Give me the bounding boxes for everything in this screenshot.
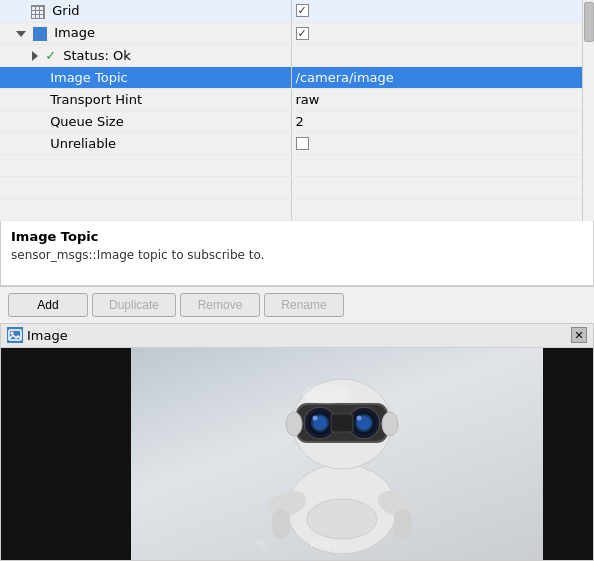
property-tree: Grid ✓ Image: [0, 0, 582, 221]
image-label: Image: [54, 25, 95, 40]
status-label: Status: Ok: [63, 48, 131, 63]
unreliable-checkbox-wrapper: [296, 137, 579, 150]
image-panel-title: Image: [27, 328, 68, 343]
watermark-label: ktiga: [310, 538, 337, 551]
chinese-chars: 终: [257, 539, 267, 550]
tree-row-transport-hint[interactable]: Transport Hint raw: [0, 88, 582, 110]
image-topic-value-cell[interactable]: /camera/image: [291, 66, 582, 88]
description-panel: Image Topic sensor_msgs::Image topic to …: [0, 221, 594, 286]
svg-point-12: [313, 415, 318, 420]
svg-rect-23: [272, 509, 290, 539]
transport-hint-label: Transport Hint: [50, 92, 142, 107]
svg-rect-18: [331, 414, 353, 432]
add-button[interactable]: Add: [8, 293, 88, 317]
tree-row-unreliable[interactable]: Unreliable: [0, 132, 582, 154]
remove-button[interactable]: Remove: [180, 293, 260, 317]
scrollbar-thumb[interactable]: [584, 2, 594, 42]
robot-svg: [232, 354, 452, 554]
svg-rect-0: [9, 330, 21, 340]
scrollbar-track[interactable]: [582, 0, 594, 221]
image-icon: [33, 27, 47, 41]
queue-size-label: Queue Size: [50, 114, 124, 129]
grid-label: Grid: [52, 3, 79, 18]
black-bar-left: [1, 348, 141, 561]
robot-area: [131, 348, 553, 561]
image-panel-titlebar: Image ✕: [1, 324, 593, 348]
tree-row-status[interactable]: ✓ Status: Ok: [0, 44, 582, 66]
main-container: Grid ✓ Image: [0, 0, 594, 561]
image-topic-label: Image Topic: [50, 70, 128, 85]
tree-row-image-topic[interactable]: Image Topic /camera/image: [0, 66, 582, 88]
tree-row-queue-size[interactable]: Queue Size 2: [0, 110, 582, 132]
property-panel-wrapper: Grid ✓ Image: [0, 0, 594, 221]
queue-size-value-cell[interactable]: 2: [291, 110, 582, 132]
grid-checkmark: ✓: [297, 4, 306, 17]
grid-icon: [31, 5, 45, 19]
tree-row-empty3: [0, 198, 582, 220]
image-panel: Image ✕: [0, 323, 594, 562]
rename-button[interactable]: Rename: [264, 293, 344, 317]
titlebar-left: Image: [7, 327, 68, 343]
svg-point-17: [357, 415, 362, 420]
transport-hint-value: raw: [296, 92, 320, 107]
svg-point-21: [382, 412, 398, 436]
image-content-area: 终 ktiga: [1, 348, 593, 561]
svg-point-22: [307, 499, 377, 539]
unreliable-label: Unreliable: [50, 136, 116, 151]
image-expand-arrow[interactable]: [16, 31, 26, 37]
image-checkbox-wrapper: ✓: [296, 27, 579, 40]
grid-checkbox-wrapper: ✓: [296, 4, 579, 17]
tree-row-empty1: [0, 154, 582, 176]
tree-row-empty2: [0, 176, 582, 198]
description-text: sensor_msgs::Image topic to subscribe to…: [11, 248, 583, 262]
image-panel-close-button[interactable]: ✕: [571, 327, 587, 343]
status-value-cell: [291, 44, 582, 66]
black-bar-right: [543, 348, 593, 561]
image-topic-value: /camera/image: [296, 70, 394, 85]
image-checkmark: ✓: [297, 27, 306, 40]
image-checkbox[interactable]: ✓: [296, 27, 309, 40]
svg-point-20: [286, 412, 302, 436]
image-value-cell: ✓: [291, 22, 582, 44]
grid-checkbox[interactable]: ✓: [296, 4, 309, 17]
tree-row-grid[interactable]: Grid ✓: [0, 0, 582, 22]
transport-hint-value-cell[interactable]: raw: [291, 88, 582, 110]
button-bar: Add Duplicate Remove Rename: [0, 286, 594, 323]
status-checkmark-icon: ✓: [45, 48, 56, 63]
grid-value-cell: ✓: [291, 0, 582, 22]
watermark-text: 终 ktiga: [257, 538, 338, 552]
status-expand-arrow[interactable]: [32, 51, 38, 61]
image-panel-icon: [7, 327, 23, 343]
svg-rect-24: [394, 509, 412, 539]
tree-row-image[interactable]: Image ✓: [0, 22, 582, 44]
unreliable-value-cell: [291, 132, 582, 154]
unreliable-checkbox[interactable]: [296, 137, 309, 150]
image-panel-svg: [8, 328, 22, 342]
queue-size-value: 2: [296, 114, 304, 129]
description-title: Image Topic: [11, 229, 583, 244]
svg-point-19: [302, 384, 352, 404]
duplicate-button[interactable]: Duplicate: [92, 293, 176, 317]
